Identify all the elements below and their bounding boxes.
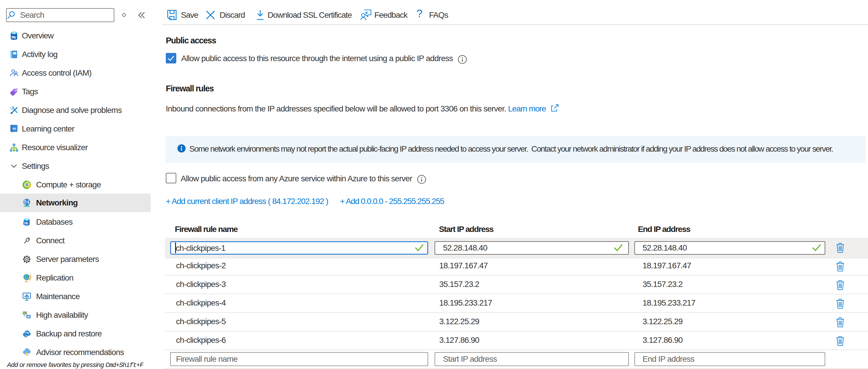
- svg-text:101: 101: [12, 127, 16, 130]
- svg-text:DB: DB: [24, 221, 29, 225]
- svg-text:My: My: [12, 35, 16, 39]
